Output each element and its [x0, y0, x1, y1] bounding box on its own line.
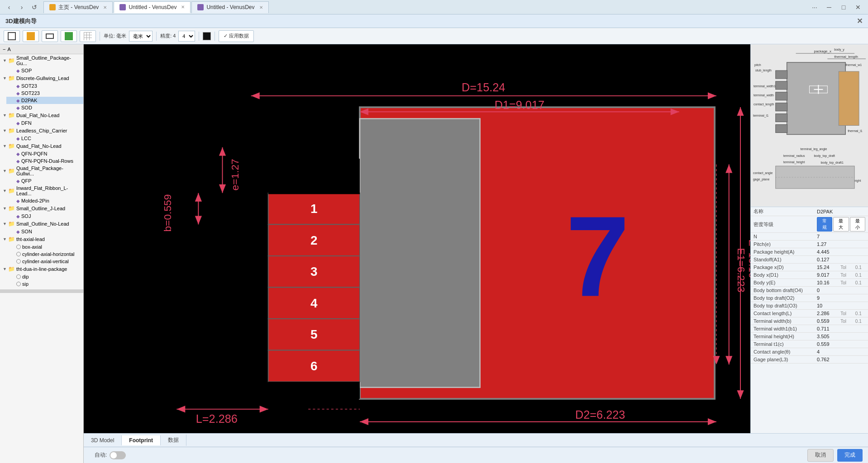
- sidebar-item-cylinder-h[interactable]: cylinder-axial-horizontal: [6, 250, 83, 258]
- back-button[interactable]: ‹: [4, 2, 14, 13]
- arrow-icon: ▼: [3, 113, 7, 118]
- sidebar-item-dip[interactable]: dip: [6, 273, 83, 280]
- tb-rect-button[interactable]: [42, 30, 58, 42]
- forward-button[interactable]: ›: [16, 2, 27, 13]
- sidebar-item-cylinder-v[interactable]: cylinder-axial-vertical: [6, 258, 83, 265]
- svg-text:terminal_leg_angle: terminal_leg_angle: [801, 147, 827, 151]
- sidebar-item-sod[interactable]: ◆ SOD: [6, 104, 83, 111]
- param-row: Pitch(e) 1.27: [751, 241, 868, 248]
- sidebar-item-soj[interactable]: ◆ SOJ: [6, 213, 83, 220]
- svg-text:L=2.286: L=2.286: [196, 412, 238, 425]
- sidebar-item-sot23[interactable]: ◆ SOT23: [6, 82, 83, 90]
- param-row: Contact angle(θ) 4: [751, 348, 868, 356]
- tab-home-icon: [49, 4, 56, 10]
- file-icon: ◆: [16, 68, 20, 73]
- tab-untitled2-icon: [197, 4, 204, 10]
- param-key: Body x(D1): [751, 271, 814, 279]
- sidebar-item-dual-flat[interactable]: ▼ 📁 Dual_Flat_No-Lead: [0, 111, 83, 119]
- sidebar-item-label: SOD: [21, 105, 32, 110]
- param-row: Body bottom draft(O4) 0: [751, 287, 868, 294]
- param-tol-val: 0.1: [853, 317, 868, 325]
- svg-text:stub_length: stub_length: [755, 69, 772, 72]
- sidebar-item-soj-folder[interactable]: ▼ 📁 Small_Outline_J-Lead: [0, 204, 83, 213]
- sidebar-item-molded[interactable]: ◆ Molded-2Pin: [6, 197, 83, 204]
- confirm-button[interactable]: 完成: [837, 449, 863, 462]
- grid-icon: [84, 32, 92, 40]
- sidebar-item-qfn[interactable]: ▼ 📁 Quad_Flat_No-Lead: [0, 142, 83, 150]
- tab-untitled1[interactable]: Untitled - VenusDev ✕: [114, 1, 191, 13]
- tab-untitled2-close[interactable]: ✕: [259, 5, 263, 10]
- sidebar-item-inward[interactable]: ▼ 📁 Inward_Flat_Ribbon_L-Lead...: [0, 184, 83, 197]
- precision-select[interactable]: 4 2 3: [178, 31, 195, 42]
- svg-rect-68: [787, 62, 846, 134]
- svg-rect-75: [776, 92, 787, 100]
- sidebar-item-small-outline[interactable]: ▼ 📁 Small_Outline_Package-Gu...: [0, 54, 83, 67]
- svg-text:6: 6: [310, 359, 317, 373]
- sidebar-item-label: tht-dua-in-line-package: [16, 266, 67, 272]
- tab-data[interactable]: 数据: [161, 435, 186, 446]
- maximize-button[interactable]: □: [837, 2, 850, 12]
- sidebar-item-son[interactable]: ◆ SON: [6, 228, 83, 235]
- dialog-close-button[interactable]: ✕: [857, 17, 863, 25]
- density-min[interactable]: 最小: [850, 217, 865, 232]
- sidebar-item-sip[interactable]: sip: [6, 280, 83, 288]
- apply-button[interactable]: ✓ 应用数据: [219, 30, 254, 42]
- sidebar-scrollbar[interactable]: [0, 289, 83, 293]
- sidebar-item-tht-axial[interactable]: ▼ 📁 tht-axial-lead: [0, 235, 83, 243]
- sidebar-item-d2pak[interactable]: ◆ D2PAK: [6, 97, 83, 104]
- lcc-group: ◆ LCC: [0, 135, 83, 142]
- sidebar-item-label: SOT223: [21, 90, 40, 96]
- more-button[interactable]: ···: [808, 2, 821, 12]
- sidebar-item-lcc-folder[interactable]: ▼ 📁 Leadless_Chip_Carrier: [0, 127, 83, 135]
- sidebar-item-sop[interactable]: ◆ SOP: [6, 67, 83, 74]
- tab-footprint[interactable]: Footprint: [122, 435, 161, 445]
- tab-untitled2[interactable]: Untitled - VenusDev ✕: [191, 1, 268, 13]
- param-key: Body top draft1(O3): [751, 302, 814, 310]
- properties-table: 名称 D2PAK 密度等级 常规 最大 最小: [751, 207, 868, 233]
- density-normal[interactable]: 常规: [817, 217, 832, 232]
- tb-green-button[interactable]: [61, 30, 77, 42]
- density-max[interactable]: 最大: [833, 217, 849, 232]
- circle-icon: [16, 274, 21, 279]
- unit-select[interactable]: 毫米 英寸 mil: [129, 31, 153, 42]
- sidebar-item-discrete[interactable]: ▼ 📁 Discrete-Gullwing_Lead: [0, 74, 83, 82]
- folder-icon: 📁: [8, 143, 15, 149]
- close-button[interactable]: ✕: [852, 2, 864, 12]
- param-value: 9.017: [814, 271, 838, 279]
- param-tol: Tol: [838, 271, 853, 279]
- props-table: 名称 D2PAK 密度等级 常规 最大 最小: [751, 207, 868, 433]
- sidebar-item-qfn-pqfn[interactable]: ◆ QFN-PQFN: [6, 150, 83, 157]
- diagram-svg: package_x thermal_length stub_length pit…: [751, 44, 868, 207]
- cancel-button[interactable]: 取消: [807, 449, 834, 462]
- tab-home-close[interactable]: ✕: [103, 5, 107, 10]
- sidebar: − A ▼ 📁 Small_Outline_Package-Gu... ◆ SO…: [0, 44, 84, 463]
- param-row: Package height(A) 4.445: [751, 248, 868, 256]
- sidebar-item-label: Discrete-Gullwing_Lead: [16, 76, 69, 81]
- sidebar-item-tht-dip[interactable]: ▼ 📁 tht-dua-in-line-package: [0, 265, 83, 273]
- sidebar-item-label: SOJ: [21, 213, 31, 219]
- sidebar-collapse[interactable]: −: [3, 47, 5, 52]
- tb-square-button[interactable]: [4, 30, 20, 42]
- sidebar-item-sot223[interactable]: ◆ SOT223: [6, 90, 83, 97]
- arrow-icon: ▼: [3, 267, 7, 271]
- color-swatch[interactable]: [203, 32, 211, 40]
- sidebar-item-qfn-dual[interactable]: ◆ QFN-PQFN-Dual-Rows: [6, 157, 83, 165]
- sidebar-item-box-axial[interactable]: box-axial: [6, 243, 83, 250]
- sidebar-item-quad-flat[interactable]: ▼ 📁 Quad_Flat_Package-Gullwi...: [0, 165, 83, 177]
- tab-home[interactable]: 主页 - VenusDev ✕: [43, 1, 113, 13]
- tb-grid-button[interactable]: [80, 30, 96, 42]
- tb-filled-button[interactable]: [23, 30, 39, 42]
- sidebar-item-qfp[interactable]: ◆ QFP: [6, 177, 83, 184]
- tab-3d-model[interactable]: 3D Model: [84, 435, 122, 445]
- sidebar-item-dfn[interactable]: ◆ DFN: [6, 119, 83, 127]
- sidebar-item-lcc[interactable]: ◆ LCC: [6, 135, 83, 142]
- arrow-icon: ▼: [3, 76, 7, 80]
- molded-group: ◆ Molded-2Pin: [0, 197, 83, 204]
- auto-toggle-switch[interactable]: [110, 451, 126, 459]
- sidebar-item-son-folder[interactable]: ▼ 📁 Small_Outline_No-Lead: [0, 220, 83, 228]
- minimize-button[interactable]: ─: [823, 2, 835, 12]
- canvas-area[interactable]: 7 1 2 3 4: [84, 44, 750, 433]
- refresh-button[interactable]: ↺: [29, 2, 40, 13]
- file-icon: ◆: [16, 159, 20, 164]
- tab-untitled1-close[interactable]: ✕: [181, 5, 185, 9]
